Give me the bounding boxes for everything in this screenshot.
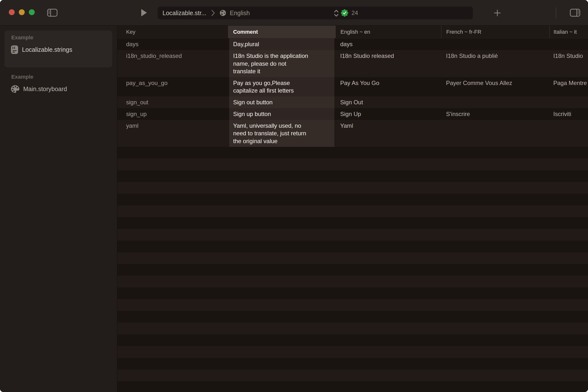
cell-comment[interactable]: Pay as you go,Please capitalize all firs… <box>228 77 335 96</box>
close-window-button[interactable] <box>9 9 15 15</box>
table-row: pay_as_you_go Pay as you go,Please capit… <box>117 77 588 96</box>
table-row: yaml Yaml, universally used, no need to … <box>117 120 588 147</box>
cell-english[interactable]: I18n Studio released <box>335 50 441 77</box>
play-icon <box>141 9 147 16</box>
cell-comment[interactable]: I18n Studio is the application name, ple… <box>228 50 335 77</box>
cell-french[interactable] <box>441 120 549 147</box>
cell-french[interactable]: S'inscrire <box>441 108 549 120</box>
cell-french[interactable]: I18n Studio a publié <box>441 50 549 77</box>
empty-stripes <box>117 147 588 392</box>
sidebar-right-icon <box>570 9 580 16</box>
cell-italian[interactable] <box>549 96 588 108</box>
cell-key[interactable]: sign_out <box>117 96 228 108</box>
language-selector-value[interactable]: English <box>230 10 250 16</box>
toolbar-divider <box>556 7 556 19</box>
empty-row-stripe <box>117 370 588 381</box>
empty-row-stripe <box>117 288 588 299</box>
cell-comment[interactable]: Day,plural <box>228 38 335 50</box>
column-header-it[interactable]: Italian ~ it <box>549 26 588 38</box>
sidebar-group-header: Example <box>5 34 112 41</box>
toggle-left-sidebar-button[interactable] <box>47 9 58 16</box>
cell-english[interactable]: Sign Up <box>335 108 441 120</box>
plus-icon <box>493 9 501 17</box>
sidebar-group: Example Localizable.strings <box>5 30 112 68</box>
cell-italian[interactable] <box>549 120 588 147</box>
table-rows: days Day,plural days i18n_studio_release… <box>117 38 588 147</box>
minimize-window-button[interactable] <box>19 9 25 15</box>
empty-row-stripe <box>117 334 588 346</box>
empty-row-stripe <box>117 381 588 392</box>
cell-italian[interactable]: Iscriviti <box>549 108 588 120</box>
empty-row-stripe <box>117 264 588 276</box>
column-header-key[interactable]: Key <box>117 26 228 38</box>
empty-row-stripe <box>117 323 588 334</box>
table-header-row: KeyCommentEnglish ~ enFrench ~ fr-FRItal… <box>117 26 588 38</box>
cell-english[interactable]: Sign Out <box>335 96 441 108</box>
empty-row-stripe <box>117 252 588 264</box>
toolbar: Localizable.str... English <box>0 0 588 26</box>
cell-italian[interactable]: I18n Studio <box>549 50 588 77</box>
table-row: sign_up Sign up button Sign Up S'inscrir… <box>117 108 588 120</box>
chevron-right-icon <box>211 10 215 16</box>
empty-row-stripe <box>117 346 588 358</box>
cell-comment[interactable]: Yaml, universally used, no need to trans… <box>228 120 335 147</box>
toggle-right-sidebar-button[interactable] <box>570 9 580 16</box>
sidebar-item-label: Localizable.strings <box>22 46 72 53</box>
cell-english[interactable]: Yaml <box>335 120 441 147</box>
cell-key[interactable]: i18n_studio_released <box>117 50 228 77</box>
run-translation-button[interactable] <box>141 9 147 16</box>
cell-english[interactable]: Pay As You Go <box>335 77 441 96</box>
cell-key[interactable]: yaml <box>117 120 228 147</box>
column-header-comment[interactable]: Comment <box>228 26 335 38</box>
empty-row-stripe <box>117 194 588 206</box>
globe-icon <box>219 10 226 16</box>
cell-french[interactable] <box>441 96 549 108</box>
empty-row-stripe <box>117 358 588 370</box>
empty-row-stripe <box>117 299 588 311</box>
column-header-en[interactable]: English ~ en <box>335 26 441 38</box>
strings-file-icon <box>11 45 18 54</box>
window-controls <box>9 9 35 15</box>
cell-italian[interactable]: Paga Mentre <box>549 77 588 96</box>
column-header-fr[interactable]: French ~ fr-FR <box>441 26 549 38</box>
empty-row-stripe <box>117 229 588 240</box>
empty-row-stripe <box>117 240 588 252</box>
table-row: sign_out Sign out button Sign Out <box>117 96 588 108</box>
sidebar: Example Localizable.strings Example Main… <box>0 26 117 392</box>
sidebar-item[interactable]: Main.storyboard <box>0 83 117 95</box>
sidebar-left-icon <box>47 9 58 16</box>
window-content: Example Localizable.strings Example Main… <box>0 26 588 392</box>
breadcrumb[interactable]: Localizable.str... English <box>158 6 473 19</box>
app-window: Localizable.str... English <box>0 0 588 392</box>
add-key-button[interactable] <box>493 9 502 17</box>
breadcrumb-file-name[interactable]: Localizable.str... <box>163 10 206 16</box>
translation-table: KeyCommentEnglish ~ enFrench ~ fr-FRItal… <box>117 26 588 392</box>
cell-english[interactable]: days <box>335 38 441 50</box>
cell-key[interactable]: sign_up <box>117 108 228 120</box>
empty-row-stripe <box>117 170 588 182</box>
storyboard-palette-icon <box>11 85 20 93</box>
translation-status: 24 <box>341 6 358 19</box>
cell-comment[interactable]: Sign out button <box>228 96 335 108</box>
sidebar-item[interactable]: Localizable.strings <box>5 44 112 56</box>
cell-key[interactable]: pay_as_you_go <box>117 77 228 96</box>
sidebar-item-label: Main.storyboard <box>23 86 67 92</box>
cell-italian[interactable] <box>549 38 588 50</box>
zoom-window-button[interactable] <box>29 9 35 15</box>
sidebar-groups: Example Localizable.strings Example Main… <box>0 30 117 95</box>
cell-key[interactable]: days <box>117 38 228 50</box>
empty-row-stripe <box>117 158 588 170</box>
empty-row-stripe <box>117 206 588 217</box>
sidebar-group: Example Main.storyboard <box>0 74 117 95</box>
table-row: i18n_studio_released I18n Studio is the … <box>117 50 588 77</box>
empty-row-stripe <box>117 276 588 288</box>
empty-row-stripe <box>117 182 588 194</box>
empty-row-stripe <box>117 311 588 323</box>
cell-french[interactable] <box>441 38 549 50</box>
cell-comment[interactable]: Sign up button <box>228 108 335 120</box>
sidebar-group-header: Example <box>0 74 117 80</box>
table-row: days Day,plural days <box>117 38 588 50</box>
empty-row-stripe <box>117 147 588 158</box>
cell-french[interactable]: Payer Comme Vous Allez <box>441 77 549 96</box>
language-stepper[interactable] <box>334 10 339 17</box>
